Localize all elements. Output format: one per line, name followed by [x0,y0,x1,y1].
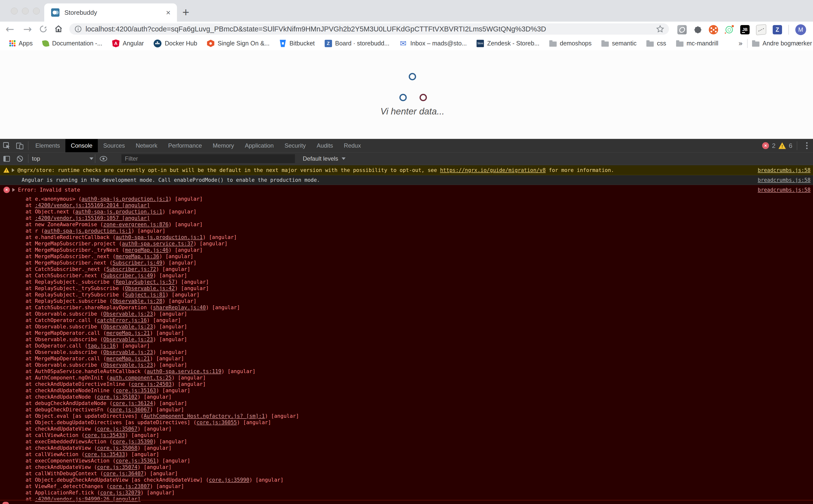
stack-source-link[interactable]: auth0-spa-js.production.js:1 [44,228,131,234]
minimize-window-button[interactable] [22,8,29,14]
expand-caret-icon[interactable] [12,188,15,192]
url-bar[interactable]: localhost:4200/auth?code=sqFa6gLuvg_PBmc… [69,23,669,35]
stack-source-link[interactable]: auth0-spa-js.production.js:1 [75,209,162,215]
stack-source-link[interactable]: auth.component.ts:25 [109,375,171,381]
extension-jb-icon[interactable]: JB [740,25,750,34]
stack-source-link[interactable]: core.js:32079 [100,490,140,496]
extension-hub-icon[interactable] [709,25,718,34]
live-expression-button[interactable] [97,152,110,165]
close-window-button[interactable] [11,8,18,14]
stack-source-link[interactable]: :4200/vendor.js:94990:26 [angular] [35,496,141,502]
migration-guide-link[interactable]: https://ngrx.io/guide/migration/v8 [440,167,546,173]
stack-source-link[interactable]: auth0-spa-js.production.js:1 [116,234,203,240]
reload-button[interactable] [36,22,50,36]
stack-source-link[interactable]: core.js:35361 [116,458,156,464]
stack-source-link[interactable]: core.js:36067 [109,407,150,413]
bookmark-item-angular[interactable]: AAngular [112,40,144,47]
stack-source-link[interactable]: auth0-spa.service.ts:119 [147,368,221,374]
source-link[interactable]: breadcrumbs.js:58 [758,187,811,193]
page-info-icon[interactable] [74,25,82,33]
stack-source-link[interactable]: Subscriber.js:72 [106,266,156,272]
tab-application[interactable]: Application [239,139,279,152]
console-filter-input[interactable] [121,154,295,163]
stack-source-link[interactable]: :4200/vendor.js:155169:2014 [angular] [35,202,150,208]
forward-button[interactable]: → [21,22,34,36]
clear-console-button[interactable] [13,152,27,165]
stack-source-link[interactable]: Observable.js:23 [103,349,153,355]
stack-source-link[interactable]: core.js:36055 [196,420,237,425]
stack-source-link[interactable]: core.js:35163 [116,388,156,393]
stack-source-link[interactable]: core.js:35068 [97,445,137,451]
extension-stamp-icon[interactable] [756,24,766,35]
other-bookmarks-folder[interactable]: Andre bogmærker [752,40,812,47]
stack-source-link[interactable]: Observable.js:23 [103,311,153,317]
stack-source-link[interactable]: mergeMap.js:36 [116,253,159,259]
tab-security[interactable]: Security [279,139,311,152]
tab-sources[interactable]: Sources [98,139,130,152]
inspect-element-button[interactable] [0,139,13,152]
stack-source-link[interactable]: core.js:36407 [103,471,143,476]
bookmark-item-documentation[interactable]: Documentation -... [43,40,102,47]
tab-redux[interactable]: Redux [338,139,366,152]
log-levels-dropdown[interactable]: Default levels [303,155,345,162]
stack-source-link[interactable]: core.js:35390 [113,439,153,445]
bookmark-item-zendesk-storeb[interactable]: StoreZendesk - Storeb... [477,40,540,47]
stack-source-link[interactable]: catchError.js:16 [97,317,147,323]
bookmark-item-inbox-mads-sto[interactable]: Inbox – mads@sto... [399,40,467,47]
warning-badge-icon[interactable]: ! [779,142,786,149]
extension-zendesk-icon[interactable]: Z [773,25,782,34]
stack-source-link[interactable]: core.js:35067 [97,426,137,432]
stack-source-link[interactable]: Observable.js:23 [103,362,153,368]
profile-avatar[interactable]: M [795,24,806,35]
bookmark-item-semantic[interactable]: semantic [601,40,637,47]
stack-source-link[interactable]: mergeMap.js:21 [106,330,150,336]
extension-capture-icon[interactable] [677,25,687,34]
stack-source-link[interactable]: AuthComponent_Host.ngfactory.js? [sm]:1 [143,413,265,419]
tab-close-icon[interactable]: × [166,9,170,16]
new-tab-button[interactable]: + [182,5,189,19]
home-button[interactable] [52,22,65,36]
devtools-menu-button[interactable] [804,142,810,149]
zoom-window-button[interactable] [33,8,40,14]
bookmark-item-mc-mandrill[interactable]: mc-mandrill [676,40,718,47]
tab-network[interactable]: Network [130,139,163,152]
stack-source-link[interactable]: core.js:35074 [97,464,137,470]
stack-source-link[interactable]: Subscriber.js:49 [103,273,153,279]
stack-source-link[interactable]: auth0-spa-js.production.js:1 [82,196,169,202]
stack-source-link[interactable]: Observable.js:23 [103,336,153,342]
bookmark-item-apps[interactable]: Apps [9,40,33,47]
stack-source-link[interactable]: core.js:35433 [85,451,125,457]
bookmark-item-docker-hub[interactable]: Docker Hub [154,40,197,47]
tab-audits[interactable]: Audits [311,139,338,152]
warning-count[interactable]: 6 [789,142,792,150]
stack-source-link[interactable]: shareReplay.js:40 [153,305,206,310]
stack-source-link[interactable]: Subject.js:81 [125,292,165,298]
extension-rings-icon[interactable] [725,25,734,34]
stack-source-link[interactable]: ReplaySubject.js:57 [116,279,175,285]
stack-source-link[interactable]: Observable.js:42 [125,285,175,291]
browser-tab[interactable]: Storebuddy × [44,3,177,22]
stack-source-link[interactable]: auth0-spa.service.ts:37 [122,241,193,247]
bookmark-star-icon[interactable] [656,25,665,33]
error-count[interactable]: 2 [772,142,775,150]
extension-gear-icon[interactable] [693,25,702,34]
stack-source-link[interactable]: core.js:35990 [209,477,249,483]
stack-source-link[interactable]: Observable.js:28 [113,298,162,304]
source-link[interactable]: breadcrumbs.js:58 [758,177,811,183]
tab-console[interactable]: Console [65,139,98,152]
device-toolbar-button[interactable] [13,139,27,152]
bookmark-item-css[interactable]: css [646,40,666,47]
bookmark-item-board-storebudd[interactable]: ZBoard · storebudd... [325,40,389,47]
stack-source-link[interactable]: tap.js:16 [88,343,116,349]
stack-source-link[interactable]: core.js:35102 [97,394,137,400]
stack-source-link[interactable]: core.js:24503 [131,381,171,387]
bookmark-item-bitbucket[interactable]: Bitbucket [279,40,315,47]
stack-source-link[interactable]: Subscriber.js:49 [113,260,162,266]
stack-source-link[interactable]: zone-evergreen.js:876 [103,222,169,227]
stack-source-link[interactable]: core.js:23807 [109,483,150,489]
stack-source-link[interactable]: mergeMap.js:21 [106,356,150,362]
back-button[interactable]: ← [3,22,17,36]
tab-performance[interactable]: Performance [163,139,207,152]
stack-source-link[interactable]: core.js:36124 [113,400,153,406]
bookmark-item-single-sign-on[interactable]: Single Sign On &... [207,40,269,47]
